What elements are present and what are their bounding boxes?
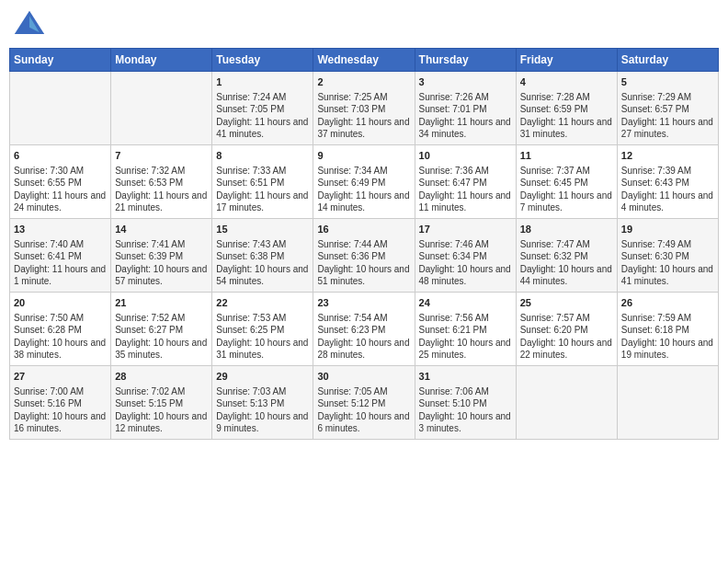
calendar-cell: 28Sunrise: 7:02 AM Sunset: 5:15 PM Dayli… [111,366,212,440]
day-number: 15 [216,223,309,236]
day-content: Sunrise: 7:43 AM Sunset: 6:38 PM Dayligh… [216,238,309,288]
calendar-cell [516,366,617,440]
day-content: Sunrise: 7:40 AM Sunset: 6:41 PM Dayligh… [14,238,107,288]
calendar-week-2: 6Sunrise: 7:30 AM Sunset: 6:55 PM Daylig… [10,145,719,219]
day-content: Sunrise: 7:24 AM Sunset: 7:05 PM Dayligh… [216,91,309,141]
calendar-week-1: 1Sunrise: 7:24 AM Sunset: 7:05 PM Daylig… [10,72,719,145]
day-number: 1 [216,75,309,89]
day-number: 12 [621,149,714,163]
day-number: 18 [520,223,613,236]
day-content: Sunrise: 7:30 AM Sunset: 6:55 PM Dayligh… [14,165,107,214]
day-number: 4 [520,75,613,89]
calendar-cell: 8Sunrise: 7:33 AM Sunset: 6:51 PM Daylig… [212,145,313,219]
calendar-cell: 26Sunrise: 7:59 AM Sunset: 6:18 PM Dayli… [617,293,718,366]
day-content: Sunrise: 7:32 AM Sunset: 6:53 PM Dayligh… [115,165,208,214]
calendar-cell: 19Sunrise: 7:49 AM Sunset: 6:30 PM Dayli… [617,219,718,293]
calendar-cell: 16Sunrise: 7:44 AM Sunset: 6:36 PM Dayli… [313,219,415,293]
calendar-table: SundayMondayTuesdayWednesdayThursdayFrid… [9,48,719,440]
day-content: Sunrise: 7:46 AM Sunset: 6:34 PM Dayligh… [419,238,512,288]
day-number: 3 [419,75,512,89]
day-content: Sunrise: 7:44 AM Sunset: 6:36 PM Dayligh… [317,238,410,288]
day-number: 8 [216,149,309,163]
weekday-header-saturday: Saturday [617,49,718,72]
day-number: 16 [317,223,410,236]
day-number: 9 [317,149,410,163]
weekday-header-monday: Monday [111,49,212,72]
day-content: Sunrise: 7:26 AM Sunset: 7:01 PM Dayligh… [419,91,512,141]
page-header [9,9,719,42]
day-content: Sunrise: 7:25 AM Sunset: 7:03 PM Dayligh… [317,91,410,141]
calendar-cell [617,366,718,440]
day-number: 11 [520,149,613,163]
calendar-week-5: 27Sunrise: 7:00 AM Sunset: 5:16 PM Dayli… [10,366,719,440]
calendar-cell: 2Sunrise: 7:25 AM Sunset: 7:03 PM Daylig… [313,72,415,145]
day-number: 7 [115,149,208,163]
day-number: 21 [115,296,208,310]
calendar-cell: 24Sunrise: 7:56 AM Sunset: 6:21 PM Dayli… [415,293,516,366]
day-content: Sunrise: 7:56 AM Sunset: 6:21 PM Dayligh… [419,312,512,362]
calendar-week-4: 20Sunrise: 7:50 AM Sunset: 6:28 PM Dayli… [10,293,719,366]
day-number: 25 [520,296,613,310]
calendar-cell: 25Sunrise: 7:57 AM Sunset: 6:20 PM Dayli… [516,293,617,366]
calendar-cell: 15Sunrise: 7:43 AM Sunset: 6:38 PM Dayli… [212,219,313,293]
calendar-cell: 17Sunrise: 7:46 AM Sunset: 6:34 PM Dayli… [415,219,516,293]
calendar-cell [10,72,111,145]
calendar-cell: 18Sunrise: 7:47 AM Sunset: 6:32 PM Dayli… [516,219,617,293]
calendar-cell: 10Sunrise: 7:36 AM Sunset: 6:47 PM Dayli… [415,145,516,219]
day-number: 20 [14,296,107,310]
day-content: Sunrise: 7:53 AM Sunset: 6:25 PM Dayligh… [216,312,309,362]
day-number: 22 [216,296,309,310]
day-content: Sunrise: 7:00 AM Sunset: 5:16 PM Dayligh… [14,385,107,435]
day-content: Sunrise: 7:54 AM Sunset: 6:23 PM Dayligh… [317,312,410,362]
logo-icon [13,9,46,42]
day-number: 26 [621,296,714,310]
weekday-header-tuesday: Tuesday [212,49,313,72]
calendar-cell: 3Sunrise: 7:26 AM Sunset: 7:01 PM Daylig… [415,72,516,145]
calendar-cell: 22Sunrise: 7:53 AM Sunset: 6:25 PM Dayli… [212,293,313,366]
day-content: Sunrise: 7:33 AM Sunset: 6:51 PM Dayligh… [216,165,309,214]
day-content: Sunrise: 7:05 AM Sunset: 5:12 PM Dayligh… [317,385,410,435]
day-number: 5 [621,75,714,89]
day-content: Sunrise: 7:37 AM Sunset: 6:45 PM Dayligh… [520,165,613,214]
logo [13,9,50,42]
calendar-cell: 12Sunrise: 7:39 AM Sunset: 6:43 PM Dayli… [617,145,718,219]
calendar-cell: 9Sunrise: 7:34 AM Sunset: 6:49 PM Daylig… [313,145,415,219]
calendar-cell: 31Sunrise: 7:06 AM Sunset: 5:10 PM Dayli… [415,366,516,440]
day-number: 13 [14,223,107,236]
calendar-header: SundayMondayTuesdayWednesdayThursdayFrid… [10,49,719,72]
day-number: 17 [419,223,512,236]
day-content: Sunrise: 7:47 AM Sunset: 6:32 PM Dayligh… [520,238,613,288]
weekday-header-row: SundayMondayTuesdayWednesdayThursdayFrid… [10,49,719,72]
calendar-cell: 20Sunrise: 7:50 AM Sunset: 6:28 PM Dayli… [10,293,111,366]
calendar-week-3: 13Sunrise: 7:40 AM Sunset: 6:41 PM Dayli… [10,219,719,293]
day-number: 29 [216,370,309,384]
day-content: Sunrise: 7:50 AM Sunset: 6:28 PM Dayligh… [14,312,107,362]
day-number: 24 [419,296,512,310]
day-content: Sunrise: 7:03 AM Sunset: 5:13 PM Dayligh… [216,385,309,435]
day-content: Sunrise: 7:34 AM Sunset: 6:49 PM Dayligh… [317,165,410,214]
weekday-header-friday: Friday [516,49,617,72]
day-content: Sunrise: 7:52 AM Sunset: 6:27 PM Dayligh… [115,312,208,362]
day-content: Sunrise: 7:41 AM Sunset: 6:39 PM Dayligh… [115,238,208,288]
day-number: 28 [115,370,208,384]
calendar-cell: 29Sunrise: 7:03 AM Sunset: 5:13 PM Dayli… [212,366,313,440]
day-content: Sunrise: 7:36 AM Sunset: 6:47 PM Dayligh… [419,165,512,214]
calendar-cell: 13Sunrise: 7:40 AM Sunset: 6:41 PM Dayli… [10,219,111,293]
calendar-cell: 27Sunrise: 7:00 AM Sunset: 5:16 PM Dayli… [10,366,111,440]
calendar-cell: 4Sunrise: 7:28 AM Sunset: 6:59 PM Daylig… [516,72,617,145]
weekday-header-thursday: Thursday [415,49,516,72]
day-number: 23 [317,296,410,310]
day-content: Sunrise: 7:57 AM Sunset: 6:20 PM Dayligh… [520,312,613,362]
day-content: Sunrise: 7:28 AM Sunset: 6:59 PM Dayligh… [520,91,613,141]
day-number: 30 [317,370,410,384]
calendar-cell: 11Sunrise: 7:37 AM Sunset: 6:45 PM Dayli… [516,145,617,219]
weekday-header-sunday: Sunday [10,49,111,72]
calendar-cell: 5Sunrise: 7:29 AM Sunset: 6:57 PM Daylig… [617,72,718,145]
day-number: 10 [419,149,512,163]
day-number: 6 [14,149,107,163]
calendar-cell: 14Sunrise: 7:41 AM Sunset: 6:39 PM Dayli… [111,219,212,293]
calendar-cell: 6Sunrise: 7:30 AM Sunset: 6:55 PM Daylig… [10,145,111,219]
day-content: Sunrise: 7:59 AM Sunset: 6:18 PM Dayligh… [621,312,714,362]
day-content: Sunrise: 7:02 AM Sunset: 5:15 PM Dayligh… [115,385,208,435]
day-content: Sunrise: 7:39 AM Sunset: 6:43 PM Dayligh… [621,165,714,214]
